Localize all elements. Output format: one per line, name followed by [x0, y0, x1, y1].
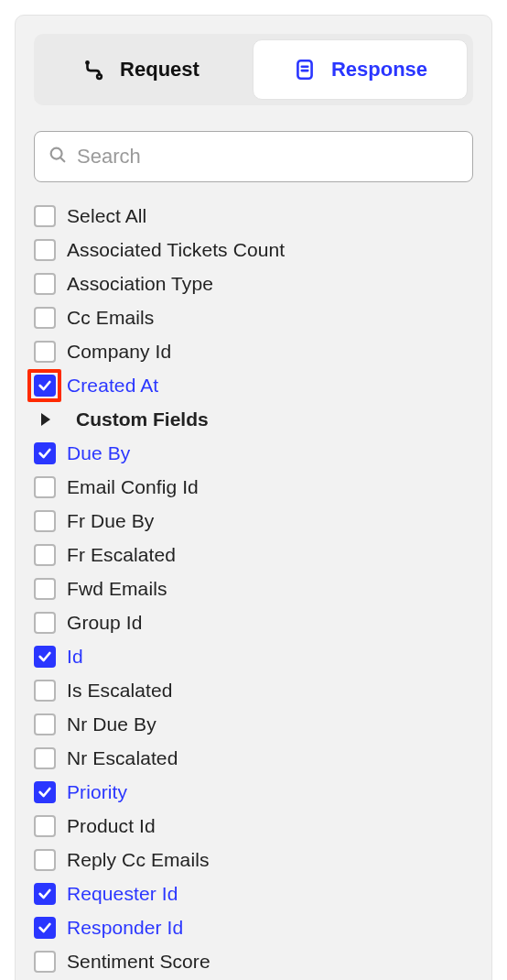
- field-row[interactable]: Association Type: [34, 267, 473, 300]
- checkbox[interactable]: [34, 239, 56, 261]
- search-input[interactable]: [77, 145, 459, 169]
- field-list: Select AllAssociated Tickets CountAssoci…: [16, 199, 491, 978]
- tab-response[interactable]: Response: [253, 39, 468, 100]
- svg-line-6: [60, 158, 64, 161]
- checkbox[interactable]: [34, 713, 56, 735]
- field-label: Fwd Emails: [67, 578, 167, 600]
- field-label: Association Type: [67, 273, 213, 295]
- field-row[interactable]: Responder Id: [34, 910, 473, 944]
- route-icon: [81, 58, 105, 82]
- field-row[interactable]: Created At: [34, 368, 473, 402]
- field-row[interactable]: Fwd Emails: [34, 572, 473, 605]
- field-row[interactable]: Company Id: [34, 334, 473, 368]
- search-box[interactable]: [34, 131, 473, 182]
- field-label: Group Id: [67, 612, 143, 634]
- field-row[interactable]: Is Escalated: [34, 673, 473, 707]
- field-row[interactable]: Reply Cc Emails: [34, 843, 473, 877]
- checkbox[interactable]: [34, 612, 56, 634]
- field-row[interactable]: Nr Due By: [34, 707, 473, 741]
- field-picker-panel: Request Response Select AllAss: [15, 15, 492, 980]
- checkbox[interactable]: [34, 307, 56, 329]
- field-row[interactable]: Select All: [34, 199, 473, 233]
- checkbox[interactable]: [34, 544, 56, 566]
- field-row[interactable]: Nr Escalated: [34, 741, 473, 775]
- field-label: Fr Due By: [67, 510, 154, 532]
- group-custom-fields[interactable]: Custom Fields: [34, 402, 473, 436]
- caret-right-icon: [41, 413, 50, 426]
- field-row[interactable]: Fr Escalated: [34, 538, 473, 572]
- checkbox[interactable]: [34, 273, 56, 295]
- field-row[interactable]: Group Id: [34, 605, 473, 639]
- field-label: Select All: [67, 205, 146, 227]
- tab-request-label: Request: [120, 58, 200, 82]
- search-icon: [48, 145, 68, 169]
- field-label: Email Config Id: [67, 476, 199, 498]
- checkbox[interactable]: [34, 781, 56, 803]
- field-label: Requester Id: [67, 883, 178, 905]
- field-label: Fr Escalated: [67, 544, 176, 566]
- checkbox[interactable]: [34, 747, 56, 769]
- field-row[interactable]: Cc Emails: [34, 300, 473, 334]
- field-label: Id: [67, 646, 83, 668]
- field-label: Created At: [67, 375, 158, 397]
- field-row[interactable]: Due By: [34, 436, 473, 470]
- tabs: Request Response: [34, 34, 473, 105]
- checkbox[interactable]: [34, 646, 56, 668]
- field-label: Company Id: [67, 341, 171, 363]
- field-row[interactable]: Sentiment Score: [34, 944, 473, 978]
- checkbox[interactable]: [34, 341, 56, 363]
- tab-request[interactable]: Request: [34, 34, 247, 105]
- search-wrap: [34, 131, 473, 182]
- document-icon: [293, 58, 317, 82]
- field-label: Nr Due By: [67, 713, 156, 735]
- group-label: Custom Fields: [76, 408, 209, 430]
- checkbox[interactable]: [34, 510, 56, 532]
- field-row[interactable]: Fr Due By: [34, 504, 473, 538]
- checkbox[interactable]: [34, 883, 56, 905]
- checkbox[interactable]: [34, 951, 56, 973]
- checkbox[interactable]: [34, 849, 56, 871]
- checkbox[interactable]: [34, 476, 56, 498]
- checkbox[interactable]: [34, 680, 56, 702]
- field-label: Responder Id: [67, 917, 183, 939]
- checkbox[interactable]: [34, 815, 56, 837]
- field-label: Nr Escalated: [67, 747, 178, 769]
- field-row[interactable]: Associated Tickets Count: [34, 233, 473, 267]
- checkbox[interactable]: [34, 205, 56, 227]
- field-label: Priority: [67, 781, 127, 803]
- field-row[interactable]: Email Config Id: [34, 470, 473, 504]
- checkbox[interactable]: [34, 375, 56, 397]
- checkbox[interactable]: [34, 578, 56, 600]
- field-label: Sentiment Score: [67, 951, 210, 973]
- field-row[interactable]: Requester Id: [34, 877, 473, 910]
- tab-response-label: Response: [331, 58, 427, 82]
- field-label: Is Escalated: [67, 680, 173, 702]
- checkbox[interactable]: [34, 917, 56, 939]
- field-label: Associated Tickets Count: [67, 239, 285, 261]
- field-label: Product Id: [67, 815, 156, 837]
- field-row[interactable]: Product Id: [34, 809, 473, 843]
- checkbox[interactable]: [34, 442, 56, 464]
- field-label: Due By: [67, 442, 130, 464]
- field-label: Reply Cc Emails: [67, 849, 210, 871]
- field-row[interactable]: Id: [34, 639, 473, 673]
- field-label: Cc Emails: [67, 307, 154, 329]
- field-row[interactable]: Priority: [34, 775, 473, 809]
